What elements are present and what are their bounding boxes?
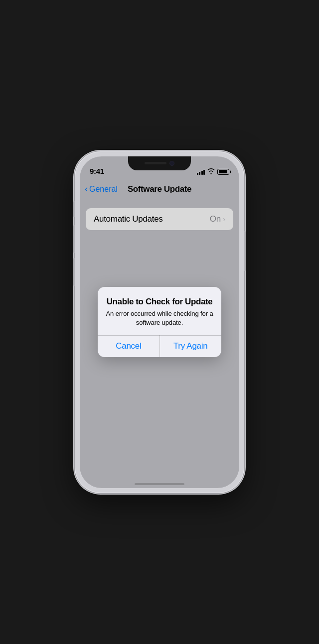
power-button — [244, 231, 246, 271]
alert-title: Unable to Check for Update — [106, 297, 213, 307]
alert-message: An error occurred while checking for a s… — [106, 309, 213, 327]
volume-up-button — [73, 225, 75, 253]
phone-screen: 9:41 — [80, 156, 239, 488]
alert-content: Unable to Check for Update An error occu… — [98, 287, 221, 335]
mute-button — [73, 201, 75, 217]
alert-buttons: Cancel Try Again — [98, 335, 221, 357]
cancel-button[interactable]: Cancel — [98, 335, 160, 357]
alert-dialog: Unable to Check for Update An error occu… — [98, 287, 221, 358]
phone-frame: 9:41 — [75, 151, 244, 493]
try-again-button[interactable]: Try Again — [160, 335, 221, 357]
volume-down-button — [73, 258, 75, 286]
